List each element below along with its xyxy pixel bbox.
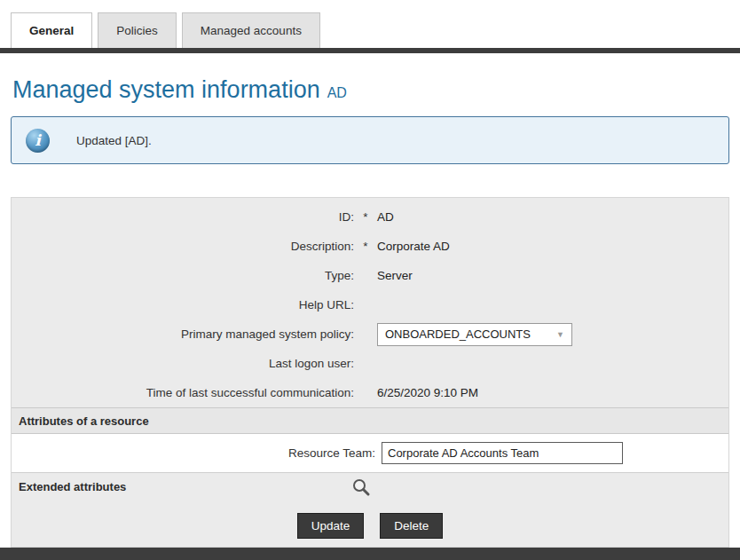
tab-bar: General Policies Managed accounts	[11, 12, 320, 48]
extended-attributes-label: Extended attributes	[12, 480, 126, 493]
delete-button[interactable]: Delete	[380, 513, 443, 539]
field-label-type: Type:	[12, 269, 354, 282]
notification-message: Updated [AD].	[76, 134, 152, 147]
notification-banner: i Updated [AD].	[11, 116, 729, 164]
form-row-type: Type: Server	[12, 261, 728, 290]
field-label-id: ID:	[12, 210, 354, 224]
form-row-resource-team: Resource Team:	[12, 434, 728, 472]
chevron-down-icon: ▼	[556, 330, 564, 339]
field-label-help-url: Help URL:	[12, 298, 354, 312]
page-title: Managed system informationAD	[12, 76, 347, 104]
tab-managed-accounts[interactable]: Managed accounts	[182, 12, 320, 48]
required-marker: *	[354, 210, 377, 224]
tab-general[interactable]: General	[11, 12, 92, 48]
field-label-description: Description:	[12, 240, 354, 253]
form-row-help-url: Help URL:	[12, 290, 728, 319]
info-icon: i	[26, 129, 50, 153]
resource-team-input[interactable]	[382, 442, 623, 464]
form-row-last-communication: Time of last successful communication: 6…	[12, 378, 728, 407]
form-row-last-logon: Last logon user:	[12, 349, 728, 378]
primary-policy-select[interactable]: ONBOARDED_ACCOUNTS ▼	[377, 323, 572, 346]
field-value-description: Corporate AD	[377, 240, 728, 253]
page-title-suffix: AD	[327, 85, 347, 100]
primary-policy-selected-value: ONBOARDED_ACCOUNTS	[385, 327, 531, 341]
field-value-id: AD	[377, 210, 728, 224]
form-row-id: ID: * AD	[12, 202, 728, 232]
form-actions: Update Delete	[12, 501, 728, 539]
form-row-description: Description: * Corporate AD	[12, 232, 728, 261]
attributes-section-title: Attributes of a resource	[19, 414, 149, 428]
tab-policies[interactable]: Policies	[98, 12, 177, 48]
field-value-last-communication: 6/25/2020 9:10 PM	[377, 386, 728, 399]
field-label-last-logon: Last logon user:	[12, 357, 354, 370]
system-info-form: ID: * AD Description: * Corporate AD Typ…	[11, 197, 729, 548]
top-divider-bar	[0, 48, 740, 53]
field-label-last-communication: Time of last successful communication:	[12, 386, 354, 399]
field-label-resource-team: Resource Team:	[12, 446, 375, 460]
update-button[interactable]: Update	[297, 513, 365, 539]
bottom-divider-bar	[0, 548, 740, 560]
page-title-text: Managed system information	[12, 76, 320, 103]
field-value-type: Server	[377, 269, 728, 282]
field-value-primary-policy: ONBOARDED_ACCOUNTS ▼	[377, 323, 728, 346]
form-row-primary-policy: Primary managed system policy: ONBOARDED…	[12, 319, 728, 349]
search-icon[interactable]	[351, 477, 371, 497]
attributes-section-header: Attributes of a resource	[12, 407, 728, 434]
field-label-primary-policy: Primary managed system policy:	[12, 327, 354, 341]
managed-system-page: General Policies Managed accounts Manage…	[0, 0, 740, 560]
required-marker: *	[354, 240, 377, 253]
extended-attributes-row: Extended attributes	[12, 472, 728, 501]
